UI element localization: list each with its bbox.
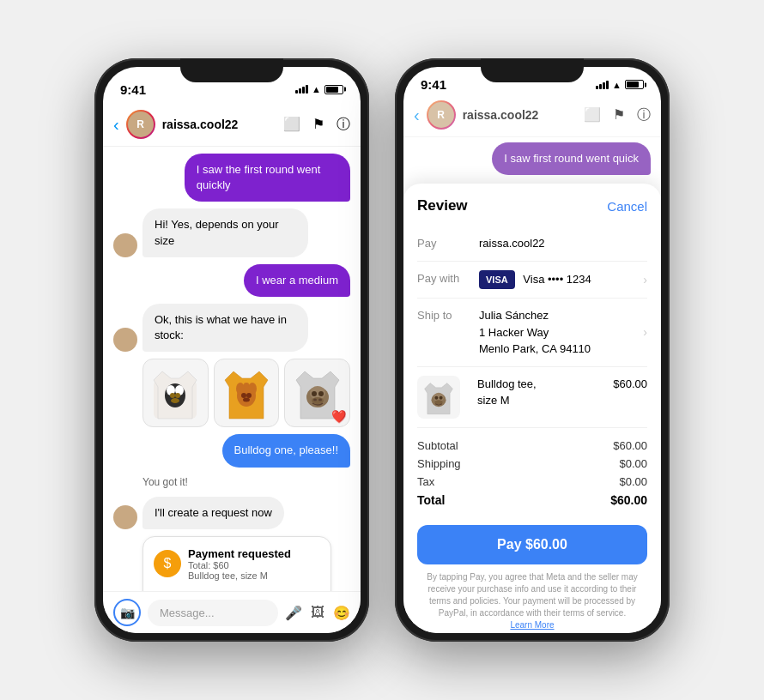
review-product-row: Bulldog tee, size M $60.00 bbox=[417, 367, 647, 428]
back-button-left[interactable]: ‹ bbox=[113, 115, 119, 135]
video-icon-right[interactable]: ⬜ bbox=[584, 106, 601, 124]
product-price-review: $60.00 bbox=[567, 376, 647, 393]
ship-street: 1 Hacker Way bbox=[479, 326, 549, 339]
time-right: 9:41 bbox=[421, 77, 446, 92]
bubble-1: I saw the first round went quickly bbox=[185, 154, 350, 202]
bar1r bbox=[596, 86, 598, 89]
bg-msg-row: I saw first round went quick bbox=[414, 142, 651, 175]
payment-total: Total: $60 bbox=[188, 560, 291, 570]
review-header: Review Cancel bbox=[417, 197, 647, 214]
product-name-review: Bulldog tee, size M bbox=[470, 376, 557, 409]
avatar-right: R bbox=[427, 100, 456, 130]
image-icon[interactable]: 🖼 bbox=[311, 605, 324, 621]
review-title: Review bbox=[417, 197, 468, 214]
review-ship-row: Ship to Julia Sánchez 1 Hacker Way Menlo… bbox=[417, 299, 647, 367]
avatar-received-3 bbox=[113, 505, 137, 529]
time-left: 9:41 bbox=[120, 82, 146, 97]
ship-chevron[interactable]: › bbox=[643, 325, 647, 339]
msg-row-1: I saw the first round went quickly bbox=[113, 154, 350, 202]
product-golden[interactable] bbox=[214, 359, 280, 427]
svg-point-10 bbox=[236, 383, 245, 395]
bar2 bbox=[299, 88, 301, 94]
svg-point-27 bbox=[434, 395, 438, 399]
wifi-icon: ▲ bbox=[312, 84, 321, 94]
svg-point-7 bbox=[171, 398, 179, 403]
bar4 bbox=[306, 85, 308, 94]
username-right: raissa.cool22 bbox=[463, 108, 577, 122]
pay-label: Pay bbox=[417, 235, 469, 250]
battery-icon bbox=[324, 85, 343, 94]
input-bar-left: 📷 Message... 🎤 🖼 😊 bbox=[103, 591, 361, 633]
msg-row-7: You got it! bbox=[113, 474, 350, 490]
learn-more-link[interactable]: Learn More bbox=[510, 620, 554, 630]
username-left: raissa.cool22 bbox=[162, 118, 276, 131]
svg-point-21 bbox=[312, 397, 324, 404]
legal-body: By tapping Pay, you agree that Meta and … bbox=[427, 572, 638, 618]
status-icons-right: ▲ bbox=[596, 80, 644, 90]
bar2r bbox=[599, 84, 602, 89]
product-collie[interactable] bbox=[142, 359, 209, 427]
svg-point-19 bbox=[312, 391, 317, 396]
pay-now-button[interactable]: Pay $60.00 bbox=[417, 525, 647, 564]
golden-svg bbox=[221, 363, 272, 423]
video-icon[interactable]: ⬜ bbox=[283, 116, 300, 134]
total-value: $60.00 bbox=[610, 493, 647, 507]
msg-row-2: Hi! Yes, depends on your size bbox=[113, 208, 350, 256]
message-input[interactable]: Message... bbox=[148, 600, 278, 626]
cancel-button-review[interactable]: Cancel bbox=[607, 199, 647, 214]
scene: 9:41 ▲ ‹ R bbox=[77, 41, 687, 659]
visa-badge: VISA bbox=[479, 270, 515, 290]
svg-point-22 bbox=[313, 399, 317, 401]
input-actions: 🎤 🖼 😊 bbox=[285, 605, 350, 621]
battery-icon-right bbox=[625, 80, 644, 89]
svg-point-23 bbox=[318, 399, 322, 401]
back-button-right[interactable]: ‹ bbox=[414, 106, 420, 125]
shipping-row: Shipping $0.00 bbox=[417, 455, 647, 473]
right-phone-inner: 9:41 ▲ ‹ R bbox=[403, 67, 661, 633]
camera-button[interactable]: 📷 bbox=[113, 599, 141, 626]
payment-item: Bulldog tee, size M bbox=[188, 570, 291, 581]
total-label: Total bbox=[417, 493, 445, 507]
bubble-2: Hi! Yes, depends on your size bbox=[142, 208, 308, 256]
info-icon-right[interactable]: ⓘ bbox=[637, 106, 651, 124]
chat-body-left: I saw the first round went quickly Hi! Y… bbox=[103, 147, 361, 591]
tax-label: Tax bbox=[417, 475, 434, 488]
pay-value: raissa.cool22 bbox=[479, 235, 647, 252]
svg-point-14 bbox=[243, 398, 250, 402]
chat-header-right: ‹ R raissa.cool22 ⬜ ⚑ ⓘ bbox=[403, 95, 661, 137]
signal-icon bbox=[295, 85, 308, 94]
pay-with-chevron[interactable]: › bbox=[643, 273, 647, 287]
notch-right bbox=[481, 58, 584, 82]
bg-bubble: I saw first round went quick bbox=[492, 142, 651, 175]
notch bbox=[180, 58, 283, 82]
collie-svg bbox=[149, 363, 201, 423]
svg-point-12 bbox=[241, 393, 246, 398]
info-icon[interactable]: ⓘ bbox=[337, 116, 350, 134]
svg-point-6 bbox=[175, 393, 180, 398]
product-bulldog[interactable]: ❤️ bbox=[284, 359, 350, 427]
sys-msg-7: You got it! bbox=[142, 474, 188, 490]
wifi-icon-right: ▲ bbox=[612, 80, 622, 90]
msg-row-6: Bulldog one, please!! bbox=[113, 434, 350, 467]
flag-icon-right[interactable]: ⚑ bbox=[613, 106, 625, 124]
payment-card-header: $ Payment requested Total: $60 Bulldog t… bbox=[154, 547, 320, 581]
product-row: ❤️ bbox=[142, 359, 350, 427]
shipping-label: Shipping bbox=[417, 457, 461, 470]
flag-icon[interactable]: ⚑ bbox=[312, 116, 324, 134]
mic-icon[interactable]: 🎤 bbox=[285, 605, 302, 621]
svg-point-5 bbox=[170, 393, 175, 398]
avatar-left: R bbox=[126, 110, 155, 139]
svg-point-20 bbox=[318, 391, 324, 396]
review-pay-with-row: Pay with VISA Visa •••• 1234 › bbox=[417, 262, 647, 299]
bar1 bbox=[295, 90, 298, 94]
chat-header-left: ‹ R raissa.cool22 ⬜ ⚑ ⓘ bbox=[103, 105, 361, 147]
totals-section: Subtotal $60.00 Shipping $0.00 Tax $0.00… bbox=[417, 428, 647, 518]
bulldog-svg bbox=[292, 363, 343, 423]
shipping-value: $0.00 bbox=[619, 457, 647, 470]
subtotal-label: Subtotal bbox=[417, 439, 458, 452]
emoji-icon[interactable]: 😊 bbox=[333, 605, 350, 621]
left-phone: 9:41 ▲ ‹ R bbox=[94, 58, 369, 642]
bar4r bbox=[606, 81, 609, 89]
ship-to-label: Ship to bbox=[417, 307, 469, 322]
battery-fill-right bbox=[627, 81, 639, 88]
